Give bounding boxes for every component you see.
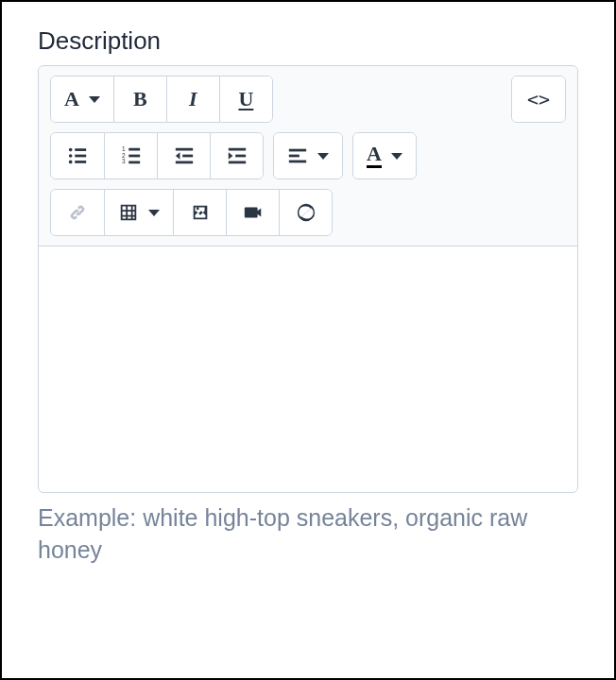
svg-rect-22 [289, 161, 306, 163]
svg-marker-19 [228, 152, 232, 159]
chevron-down-icon [89, 96, 100, 103]
code-icon: <> [527, 88, 550, 110]
table-menu-button[interactable] [104, 190, 173, 235]
chevron-down-icon [317, 153, 329, 160]
svg-rect-1 [75, 148, 86, 151]
insert-group [50, 189, 333, 236]
svg-rect-11 [128, 162, 140, 164]
svg-marker-15 [175, 152, 180, 159]
underline-button[interactable]: U [219, 76, 272, 122]
font-icon: A [64, 87, 79, 111]
bold-icon: B [133, 87, 147, 111]
code-view-button[interactable]: <> [512, 76, 565, 122]
font-style-group: A B I U [50, 76, 273, 123]
editor-toolbar: A B I U <> [39, 66, 577, 246]
helper-text: Example: white high-top sneakers, organi… [38, 502, 578, 567]
toolbar-row-1: A B I U <> [50, 76, 566, 123]
indent-button[interactable] [210, 133, 263, 178]
chevron-down-icon [148, 210, 160, 216]
numbered-list-icon: 1 2 3 [121, 145, 142, 166]
font-menu-button[interactable]: A [51, 76, 113, 122]
chevron-down-icon [391, 153, 402, 160]
rich-text-editor: A B I U <> [38, 65, 578, 493]
underline-icon: U [238, 87, 253, 111]
svg-rect-5 [75, 161, 86, 163]
text-color-icon: A [367, 144, 382, 168]
link-icon [67, 202, 88, 223]
svg-rect-14 [175, 162, 192, 164]
numbered-list-button[interactable]: 1 2 3 [104, 133, 157, 178]
svg-rect-21 [289, 155, 299, 158]
video-button[interactable] [226, 190, 279, 235]
svg-rect-7 [128, 148, 140, 151]
editor-content[interactable] [39, 246, 577, 492]
remove-format-button[interactable] [279, 190, 332, 235]
indent-icon [227, 145, 248, 166]
align-left-icon [287, 145, 308, 166]
svg-rect-20 [289, 149, 306, 152]
video-icon [243, 202, 264, 223]
svg-rect-12 [175, 148, 192, 151]
italic-button[interactable]: I [166, 76, 219, 122]
svg-rect-16 [228, 148, 245, 151]
outdent-button[interactable] [157, 133, 210, 178]
svg-point-4 [69, 161, 73, 164]
align-menu-button[interactable] [274, 133, 342, 178]
svg-rect-17 [235, 155, 246, 158]
outdent-icon [174, 145, 195, 166]
bullet-list-button[interactable] [51, 133, 104, 178]
bold-button[interactable]: B [113, 76, 166, 122]
svg-rect-13 [182, 155, 193, 158]
field-label: Description [38, 26, 578, 56]
italic-icon: I [189, 87, 197, 111]
table-icon [118, 202, 139, 223]
code-view-group: <> [511, 76, 566, 123]
description-panel: Description A B I U [0, 0, 616, 680]
bullet-list-icon [67, 145, 88, 166]
svg-rect-3 [75, 155, 86, 158]
toolbar-row-3 [50, 189, 566, 236]
image-button[interactable] [173, 190, 226, 235]
image-icon [190, 202, 211, 223]
text-color-button[interactable]: A [353, 133, 416, 178]
svg-text:3: 3 [121, 158, 125, 164]
list-group: 1 2 3 [50, 132, 264, 179]
ban-icon [296, 202, 317, 223]
text-color-group: A [352, 132, 417, 179]
svg-point-2 [69, 154, 73, 158]
align-group [273, 132, 343, 179]
svg-point-0 [69, 148, 73, 152]
svg-rect-9 [128, 155, 140, 158]
link-button[interactable] [51, 190, 104, 235]
svg-rect-18 [228, 162, 245, 164]
toolbar-row-2: 1 2 3 [50, 132, 566, 179]
